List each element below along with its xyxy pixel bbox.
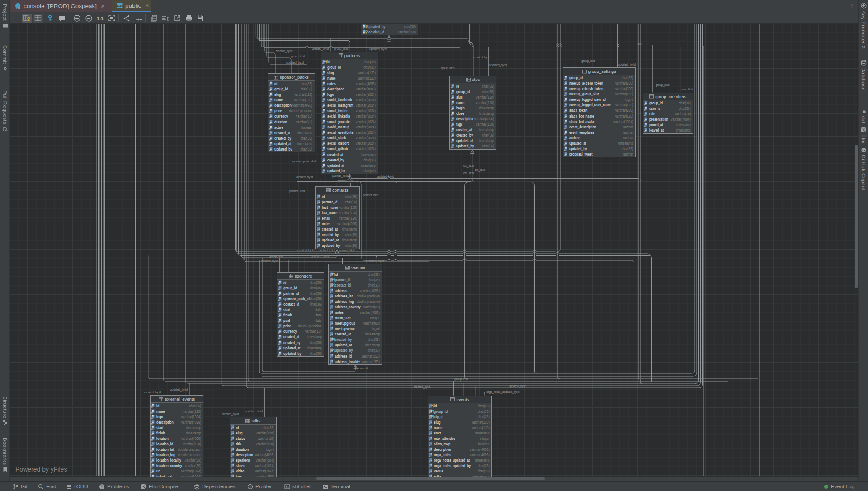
svg-text:updated_by:id: updated_by:id xyxy=(618,63,636,66)
svg-text:contact_id:id: contact_id:id xyxy=(319,249,335,252)
svg-text:cfp_id:id: cfp_id:id xyxy=(463,171,474,175)
svg-text:updated_by:id: updated_by:id xyxy=(286,61,304,65)
svg-text:cfp_id:id: cfp_id:id xyxy=(475,168,485,172)
svg-text:updated_by:id: updated_by:id xyxy=(245,410,263,413)
svg-text:orga_notes_updated_by:id: orga_notes_updated_by:id xyxy=(486,390,520,394)
svg-text:sponsor_pack_id:id: sponsor_pack_id:id xyxy=(292,160,316,163)
svg-text:updated_by:id: updated_by:id xyxy=(170,388,188,392)
svg-text:created_by:id: created_by:id xyxy=(473,56,490,59)
svg-text:updated_by:id: updated_by:id xyxy=(509,384,526,388)
svg-text:partner_id:id: partner_id:id xyxy=(289,189,305,193)
svg-text:created_by:id: created_by:id xyxy=(144,391,161,394)
svg-text:group_id:id: group_id:id xyxy=(334,47,348,51)
svg-text:partner_id:id: partner_id:id xyxy=(363,194,378,197)
svg-text:group_id:id: group_id:id xyxy=(269,254,283,258)
svg-text:updated_by:id: updated_by:id xyxy=(311,255,329,258)
svg-text:venue:id: venue:id xyxy=(357,367,368,370)
svg-text:user_id:id: user_id:id xyxy=(681,88,693,91)
svg-text:group_id:id: group_id:id xyxy=(291,55,305,58)
svg-text:group_id:id: group_id:id xyxy=(656,83,670,87)
svg-text:updated_by:id: updated_by:id xyxy=(369,47,387,51)
svg-text:group_id:id: group_id:id xyxy=(581,59,595,63)
svg-text:updated_by:id: updated_by:id xyxy=(366,260,384,263)
svg-text:contact_id:id: contact_id:id xyxy=(339,249,355,252)
svg-text:1:1: 1:1 xyxy=(97,16,104,21)
svg-text:created_by:id: created_by:id xyxy=(261,260,278,263)
svg-text:group_id:id: group_id:id xyxy=(454,378,468,381)
svg-text:created_by:id: created_by:id xyxy=(312,47,329,51)
svg-text:updated_by:id: updated_by:id xyxy=(489,63,507,67)
svg-text:created_by:id: created_by:id xyxy=(414,385,430,389)
svg-text:created_by:id: created_by:id xyxy=(222,412,239,416)
svg-text:created_by:id: created_by:id xyxy=(276,49,292,53)
svg-text:group_id:id: group_id:id xyxy=(441,66,455,70)
svg-text:updated_by:id: updated_by:id xyxy=(377,175,394,179)
svg-text:created_by:id: created_by:id xyxy=(296,175,313,179)
svg-text:partner_id:id: partner_id:id xyxy=(332,174,348,178)
svg-text:cfp_id:id: cfp_id:id xyxy=(463,164,474,168)
svg-text:created_by:id: created_by:id xyxy=(297,249,314,252)
